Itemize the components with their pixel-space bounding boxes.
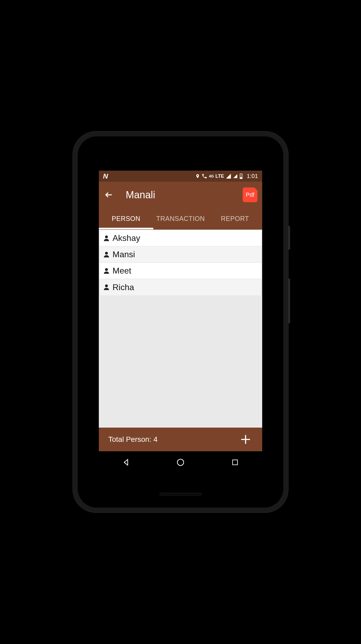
person-name: Richa (113, 283, 134, 292)
status-bar: N 4G LTE 1:01 (99, 171, 262, 182)
notification-icon: N (103, 172, 108, 180)
list-item[interactable]: Meet (99, 263, 262, 279)
person-icon (103, 284, 110, 291)
nav-recent-button[interactable] (225, 456, 246, 469)
app-screen: N 4G LTE 1:01 Manali (99, 171, 262, 473)
tab-bar: PERSON TRANSACTION REPORT (99, 208, 262, 230)
signal-icon (226, 173, 231, 179)
person-icon (103, 235, 110, 242)
footer-bar: Total Person: 4 (99, 428, 262, 451)
svg-rect-1 (241, 174, 242, 174)
android-nav-bar (99, 451, 262, 473)
person-list: Akshay Mansi Meet Richa (99, 230, 262, 295)
total-person-label: Total Person: 4 (108, 435, 238, 444)
battery-icon (239, 173, 243, 179)
export-pdf-button[interactable]: Pdf (243, 187, 257, 202)
svg-point-6 (105, 284, 108, 287)
person-name: Akshay (113, 233, 140, 243)
svg-rect-2 (240, 177, 242, 179)
svg-rect-8 (232, 460, 237, 465)
location-icon (195, 173, 200, 179)
clock: 1:01 (247, 173, 258, 180)
arrow-left-icon (104, 190, 113, 199)
svg-point-5 (105, 268, 108, 271)
phone-side-button (288, 279, 290, 323)
svg-point-4 (105, 252, 108, 255)
page-title: Manali (126, 189, 243, 201)
person-icon (103, 251, 110, 258)
tab-label: PERSON (112, 215, 140, 222)
tab-transaction[interactable]: TRANSACTION (153, 208, 208, 229)
tab-label: REPORT (221, 215, 249, 222)
empty-area (99, 295, 262, 428)
person-name: Meet (113, 266, 131, 276)
triangle-back-icon (122, 458, 130, 467)
back-button[interactable] (104, 190, 114, 200)
add-person-button[interactable] (238, 432, 253, 447)
circle-home-icon (176, 458, 185, 467)
list-item[interactable]: Mansi (99, 246, 262, 263)
square-recent-icon (231, 459, 239, 466)
svg-point-3 (105, 235, 108, 238)
phone-frame: N 4G LTE 1:01 Manali (72, 131, 289, 513)
pdf-label: Pdf (246, 191, 254, 198)
4g-indicator: 4G (209, 174, 214, 178)
wifi-call-icon (202, 173, 207, 179)
lte-indicator: LTE (216, 174, 224, 179)
person-name: Mansi (113, 250, 135, 259)
person-icon (103, 267, 110, 274)
list-item[interactable]: Akshay (99, 230, 262, 246)
tab-report[interactable]: REPORT (208, 208, 262, 229)
plus-icon (239, 433, 252, 446)
nav-home-button[interactable] (170, 456, 191, 469)
nav-back-button[interactable] (115, 456, 136, 469)
phone-mic (159, 493, 202, 496)
tab-person[interactable]: PERSON (99, 208, 153, 229)
tab-label: TRANSACTION (156, 215, 205, 222)
list-item[interactable]: Richa (99, 279, 262, 295)
phone-side-button (288, 226, 290, 250)
app-bar: Manali Pdf (99, 182, 262, 208)
svg-point-7 (177, 459, 184, 465)
signal-icon (233, 174, 238, 179)
